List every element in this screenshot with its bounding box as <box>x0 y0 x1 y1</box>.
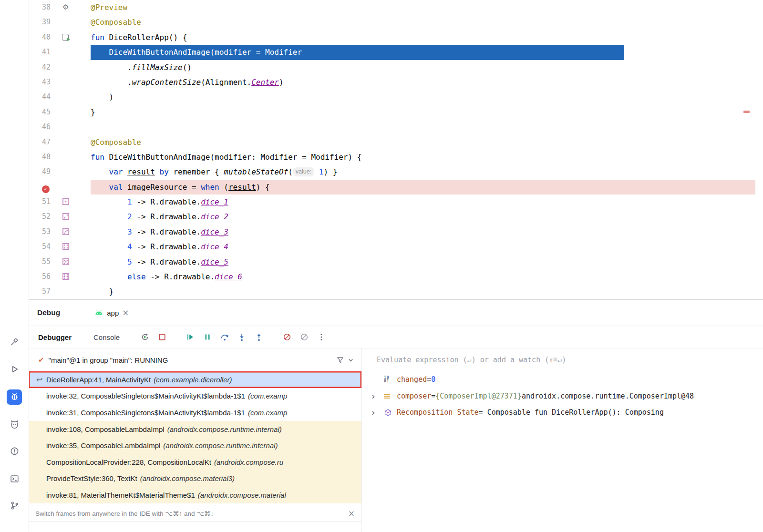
line-number[interactable]: 57 <box>29 284 51 299</box>
close-icon[interactable]: × <box>122 309 129 317</box>
code-line[interactable]: 52⚁ 2 -> R.drawable.dice_2 <box>29 209 763 224</box>
dice1-preview-icon[interactable]: ⚀ <box>57 194 74 209</box>
tool-window-button-problems[interactable] <box>7 444 22 460</box>
line-number[interactable]: 43 <box>29 75 51 90</box>
expand-chevron-icon[interactable]: › <box>371 407 384 418</box>
line-number[interactable]: 49 <box>29 164 51 179</box>
code-text[interactable]: 3 -> R.drawable.dice_3 <box>91 225 755 239</box>
stack-frame[interactable]: invoke:32, ComposableSingletons$MainActi… <box>29 388 361 405</box>
pause-icon[interactable] <box>202 332 213 342</box>
code-line[interactable]: 45} <box>29 105 763 120</box>
code-line[interactable]: 57 } <box>29 284 763 299</box>
step-over-icon[interactable] <box>219 332 230 342</box>
run-preview-icon[interactable] <box>57 30 74 45</box>
code-text[interactable]: .wrapContentSize(Alignment.Center) <box>91 75 755 90</box>
dice3-preview-icon[interactable]: ⚂ <box>57 225 74 239</box>
line-number[interactable]: 41 <box>29 45 51 60</box>
stack-frame[interactable]: invoke:35, ComposableLambdaImpl(androidx… <box>29 437 361 454</box>
line-number[interactable]: 40 <box>29 30 51 45</box>
view-breakpoints-icon[interactable] <box>282 332 292 342</box>
code-line[interactable]: 42 .fillMaxSize() <box>29 60 763 75</box>
stack-frame[interactable]: invoke:81, MaterialThemeKt$MaterialTheme… <box>29 487 361 503</box>
step-out-icon[interactable] <box>254 332 264 342</box>
line-number[interactable]: 56 <box>29 269 51 284</box>
breakpoint-icon[interactable]: ✓ <box>42 185 50 193</box>
code-text[interactable]: 1 -> R.drawable.dice_1 <box>91 194 755 209</box>
expand-chevron-icon[interactable]: › <box>371 391 384 401</box>
line-number[interactable]: 45 <box>29 105 51 120</box>
code-line[interactable]: 53⚂ 3 -> R.drawable.dice_3 <box>29 225 763 239</box>
code-line[interactable]: 55⚄ 5 -> R.drawable.dice_5 <box>29 255 763 269</box>
tool-window-button-version-control[interactable] <box>7 499 22 514</box>
line-number[interactable]: 53 <box>29 225 51 239</box>
dice5-preview-icon[interactable]: ⚄ <box>57 255 74 269</box>
code-line[interactable]: 47@Composable <box>29 135 763 150</box>
tab-console[interactable]: Console <box>93 333 120 341</box>
tool-window-button-terminal[interactable] <box>7 472 22 487</box>
code-text[interactable]: @Composable <box>91 135 755 150</box>
code-text[interactable]: else -> R.drawable.dice_6 <box>91 269 755 284</box>
line-number[interactable]: 51 <box>29 194 51 209</box>
dice4-preview-icon[interactable]: ⚃ <box>57 239 74 254</box>
code-line[interactable]: 51⚀ 1 -> R.drawable.dice_1 <box>29 194 763 209</box>
code-line[interactable]: ✓ val imageResource = when (result) { <box>29 180 763 194</box>
line-number[interactable]: 52 <box>29 209 51 224</box>
code-text[interactable]: ) <box>91 90 755 104</box>
code-text[interactable]: fun DiceWithButtonAndImage(modifier: Mod… <box>91 150 755 164</box>
code-text[interactable]: } <box>91 105 755 120</box>
code-line[interactable]: 44 ) <box>29 90 763 104</box>
debug-session-tab-app[interactable]: app × <box>94 309 129 317</box>
variable-row[interactable]: 1001changed = 0 <box>362 371 763 388</box>
stack-frame[interactable]: ProvideTextStyle:360, TextKt(androidx.co… <box>29 471 361 487</box>
tab-debugger[interactable]: Debugger <box>38 333 72 341</box>
code-line[interactable]: 41 DiceWithButtonAndImage(modifier = Mod… <box>29 45 763 60</box>
code-text[interactable]: @Preview <box>91 0 755 15</box>
line-number[interactable]: 44 <box>29 90 51 104</box>
line-number[interactable]: 54 <box>29 239 51 254</box>
code-text[interactable]: @Composable <box>91 15 755 30</box>
code-text[interactable]: 4 -> R.drawable.dice_4 <box>91 239 755 254</box>
code-line[interactable]: 39@Composable <box>29 15 763 30</box>
mute-breakpoints-icon[interactable] <box>299 332 309 342</box>
stack-frame[interactable]: ↩DiceRollerApp:41, MainActivityKt(com.ex… <box>29 371 361 388</box>
line-number[interactable]: 46 <box>29 120 51 134</box>
code-text[interactable]: var result by remember { mutableStateOf(… <box>91 164 755 179</box>
line-number[interactable]: 55 <box>29 255 51 269</box>
tool-window-button-run[interactable] <box>7 362 22 378</box>
code-line[interactable]: 48fun DiceWithButtonAndImage(modifier: M… <box>29 150 763 164</box>
code-text[interactable]: fun DiceRollerApp() { <box>91 30 755 45</box>
filter-icon[interactable] <box>335 355 345 365</box>
code-line[interactable]: 38⚙@Preview <box>29 0 763 15</box>
stack-frame[interactable]: CompositionLocalProvider:228, Compositio… <box>29 454 361 471</box>
code-text[interactable]: 2 -> R.drawable.dice_2 <box>91 209 755 224</box>
line-number[interactable]: 47 <box>29 135 51 150</box>
code-line[interactable]: 49 var result by remember { mutableState… <box>29 164 763 179</box>
variable-row[interactable]: ›Recomposition State = Composable fun Di… <box>362 404 763 421</box>
line-number[interactable]: 38 <box>29 0 51 15</box>
close-icon[interactable]: × <box>348 510 355 518</box>
code-line[interactable]: 54⚃ 4 -> R.drawable.dice_4 <box>29 239 763 254</box>
chevron-down-icon[interactable] <box>345 355 356 365</box>
resume-icon[interactable] <box>185 332 196 342</box>
evaluate-expression-input[interactable]: Evaluate expression (↵) or add a watch (… <box>362 348 763 371</box>
rerun-icon[interactable] <box>140 332 150 342</box>
thread-selector[interactable]: ✔ "main"@1 in group "main": RUNNING <box>29 348 361 371</box>
code-text[interactable]: } <box>91 284 755 299</box>
code-editor[interactable]: 38⚙@Preview39@Composable40fun DiceRoller… <box>29 0 763 299</box>
stop-icon[interactable] <box>157 332 167 342</box>
line-number[interactable]: 39 <box>29 15 51 30</box>
line-number[interactable]: 48 <box>29 150 51 164</box>
stack-frame[interactable]: invoke:31, ComposableSingletons$MainActi… <box>29 404 361 421</box>
step-into-icon[interactable] <box>237 332 247 342</box>
dice2-preview-icon[interactable]: ⚁ <box>57 209 74 224</box>
code-line[interactable]: 43 .wrapContentSize(Alignment.Center) <box>29 75 763 90</box>
tool-window-button-debug[interactable] <box>7 389 22 405</box>
code-text[interactable]: .fillMaxSize() <box>91 60 755 75</box>
more-icon[interactable] <box>316 332 327 342</box>
gear-icon[interactable]: ⚙ <box>57 0 74 15</box>
code-line[interactable]: 56⚅ else -> R.drawable.dice_6 <box>29 269 763 284</box>
stack-frame[interactable]: invoke:108, ComposableLambdaImpl(android… <box>29 421 361 438</box>
line-number[interactable]: ✓ <box>29 180 51 194</box>
code-line[interactable]: 40fun DiceRollerApp() { <box>29 30 763 45</box>
code-text[interactable]: val imageResource = when (result) { <box>91 180 755 194</box>
